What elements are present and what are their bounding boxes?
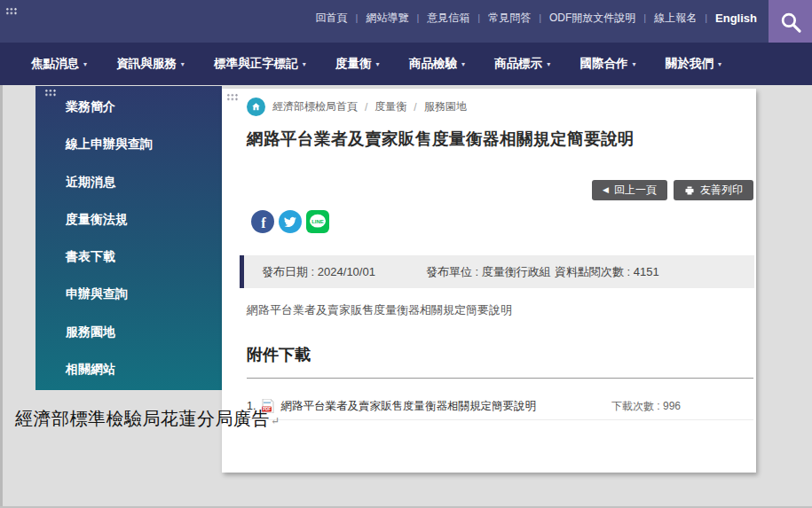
home-icon[interactable] <box>247 98 265 116</box>
nav-item-focus-news[interactable]: 焦點消息▾ <box>31 56 87 72</box>
chevron-down-icon: ▾ <box>376 60 380 68</box>
search-icon <box>778 10 803 35</box>
nav-item-commodity-labeling[interactable]: 商品標示▾ <box>494 56 550 72</box>
top-link-odf[interactable]: ODF開放文件說明 <box>549 11 635 26</box>
article-meta-bar: 發布日期 : 2024/10/01 發布單位 : 度量衡行政組 資料點閱次數 :… <box>240 255 754 288</box>
attachments-heading: 附件下載 <box>247 344 753 379</box>
breadcrumb-separator: / <box>414 101 416 113</box>
breadcrumb-separator: / <box>365 101 367 113</box>
top-link-mailbox[interactable]: 意見信箱 <box>427 11 469 26</box>
nav-item-about-us[interactable]: 關於我們▾ <box>666 56 721 72</box>
social-share-row: f LINE <box>251 210 329 233</box>
page-title: 網路平台業者及賣家販售度量衡器相關規定簡要說明 <box>247 128 635 150</box>
sidebar-item-online-apply-query[interactable]: 線上申辦與查詢 <box>35 126 222 163</box>
top-link-sitemap[interactable]: 網站導覽 <box>366 11 408 26</box>
return-mark-icon: ↵ <box>271 415 280 427</box>
chevron-down-icon: ▾ <box>181 60 185 68</box>
screenshot-root: 回首頁 | 網站導覽 | 意見信箱 | 常見問答 | ODF開放文件說明 | 線… <box>0 0 812 508</box>
top-links: 回首頁 | 網站導覽 | 意見信箱 | 常見問答 | ODF開放文件說明 | 線… <box>316 0 757 35</box>
separator: | <box>539 12 541 23</box>
line-icon[interactable]: LINE <box>306 210 329 233</box>
top-link-english[interactable]: English <box>715 12 757 25</box>
separator: | <box>705 12 707 23</box>
article-body: 網路平台業者及賣家販售度量衡器相關規定簡要說明 <box>247 302 512 318</box>
publish-unit: 發布單位 : 度量衡行政組 <box>426 264 555 280</box>
attachment-link[interactable]: 網路平台業者及賣家販售度量衡器相關規定簡要說明 <box>280 399 536 414</box>
download-count: 下載次數 : 996 <box>611 399 681 414</box>
top-utility-bar: 回首頁 | 網站導覽 | 意見信箱 | 常見問答 | ODF開放文件說明 | 線… <box>0 0 812 43</box>
chevron-down-icon: ▾ <box>633 60 636 68</box>
nav-item-metrology[interactable]: 度量衡▾ <box>335 56 380 72</box>
separator: | <box>416 12 419 23</box>
chevron-down-icon: ▾ <box>303 60 306 68</box>
sidebar-item-forms-download[interactable]: 書表下載 <box>35 238 222 276</box>
separator: | <box>356 12 359 23</box>
top-link-home[interactable]: 回首頁 <box>316 11 348 26</box>
nav-item-commodity-inspection[interactable]: 商品檢驗▾ <box>409 56 465 72</box>
breadcrumb: 經濟部標檢局首頁 / 度量衡 / 服務園地 <box>247 98 467 116</box>
nav-item-info-services[interactable]: 資訊與服務▾ <box>116 56 185 72</box>
breadcrumb-service-area-link[interactable]: 服務園地 <box>424 99 467 114</box>
back-arrow-icon: ◀ <box>603 186 609 194</box>
sidebar-item-apply-query[interactable]: 申辦與查詢 <box>35 276 222 313</box>
drag-handle-icon[interactable] <box>5 7 18 15</box>
breadcrumb-metrology-link[interactable]: 度量衡 <box>374 99 406 114</box>
window-left-edge <box>0 85 3 508</box>
drag-handle-icon[interactable] <box>226 93 239 101</box>
publish-date: 發布日期 : 2024/10/01 <box>262 264 426 280</box>
attachment-row: 1. PDF 網路平台業者及賣家販售度量衡器相關規定簡要說明 下載次數 : 99… <box>247 393 753 420</box>
top-link-signup[interactable]: 線上報名 <box>654 11 697 26</box>
top-link-faq[interactable]: 常見問答 <box>488 11 531 26</box>
separator: | <box>643 12 646 23</box>
nav-item-international[interactable]: 國際合作▾ <box>580 56 636 72</box>
sidebar-item-service-area[interactable]: 服務園地 <box>35 314 222 351</box>
sidebar-item-metrology-laws[interactable]: 度量衡法規 <box>35 201 222 238</box>
svg-text:f: f <box>261 215 266 231</box>
sidebar: 業務簡介 線上申辦與查詢 近期消息 度量衡法規 書表下載 申辦與查詢 服務園地 … <box>35 86 222 390</box>
chevron-down-icon: ▾ <box>83 60 87 68</box>
nav-item-standards-mark[interactable]: 標準與正字標記▾ <box>214 56 306 72</box>
search-button[interactable] <box>769 0 812 44</box>
breadcrumb-home-link[interactable]: 經濟部標檢局首頁 <box>272 99 358 114</box>
sidebar-item-business-intro[interactable]: 業務簡介 <box>35 89 222 126</box>
view-count: 資料點閱次數 : 4151 <box>555 264 659 280</box>
printer-icon <box>684 185 695 196</box>
twitter-icon[interactable] <box>279 210 302 233</box>
chevron-down-icon: ▾ <box>461 60 465 68</box>
action-buttons: ◀ 回上一頁 友善列印 <box>592 180 753 200</box>
sidebar-item-recent-news[interactable]: 近期消息 <box>35 164 222 201</box>
svg-text:LINE: LINE <box>311 219 324 224</box>
figure-caption: 經濟部標準檢驗局花蓮分局廣告↵ <box>15 407 280 431</box>
facebook-icon[interactable]: f <box>251 210 274 233</box>
chevron-down-icon: ▾ <box>718 60 721 68</box>
separator: | <box>477 12 480 23</box>
chevron-down-icon: ▾ <box>547 60 550 68</box>
back-button[interactable]: ◀ 回上一頁 <box>592 180 667 200</box>
sidebar-item-related-sites[interactable]: 相關網站 <box>35 351 222 388</box>
main-nav: 焦點消息▾ 資訊與服務▾ 標準與正字標記▾ 度量衡▾ 商品檢驗▾ 商品標示▾ 國… <box>0 43 812 85</box>
print-button[interactable]: 友善列印 <box>674 180 753 200</box>
content-card: 經濟部標檢局首頁 / 度量衡 / 服務園地 網路平台業者及賣家販售度量衡器相關規… <box>222 89 756 473</box>
